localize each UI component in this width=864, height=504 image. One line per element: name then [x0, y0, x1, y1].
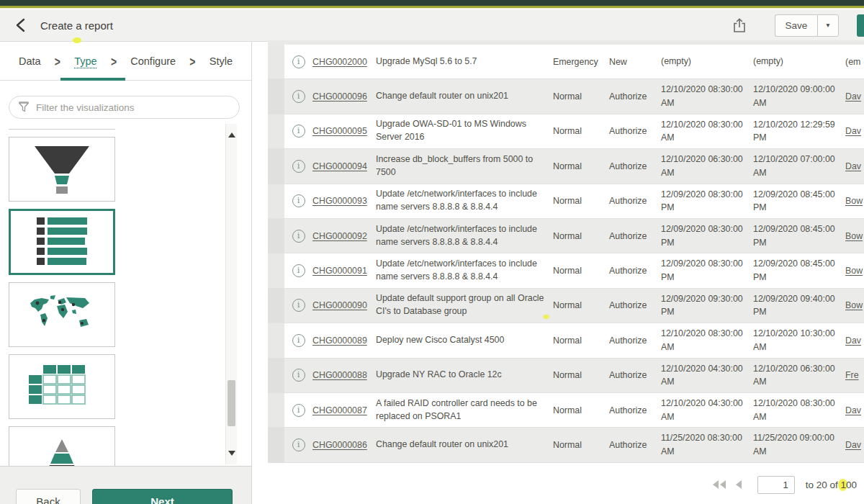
funnel-chart-icon: [24, 143, 99, 195]
change-number-link[interactable]: CHG0000091: [312, 266, 376, 276]
assignee-cell[interactable]: Bow: [845, 266, 864, 276]
change-number-link[interactable]: CHG0000090: [312, 300, 376, 310]
planned-end-cell: 12/10/2020 08:30:00 AM: [753, 397, 845, 423]
viz-card-pyramid[interactable]: [9, 426, 115, 466]
info-icon[interactable]: [292, 194, 305, 207]
info-cell: [284, 334, 312, 347]
short-description-cell: Upgrade NY RAC to Oracle 12c: [376, 369, 553, 382]
assignee-cell[interactable]: Dav: [845, 440, 864, 450]
priority-cell: Normal: [553, 231, 609, 241]
planned-start-cell: 11/25/2020 08:30:00 AM: [661, 431, 753, 458]
change-number-link[interactable]: CHG0000096: [312, 91, 376, 102]
save-dropdown-button[interactable]: [817, 14, 839, 37]
breadcrumb-chevron-icon: >: [189, 53, 195, 69]
planned-end-cell: 12/10/2020 12:29:59 PM: [753, 118, 845, 145]
panel-scrollbar[interactable]: [225, 124, 237, 464]
assignee-cell[interactable]: Dav: [845, 161, 864, 171]
info-icon[interactable]: [292, 404, 305, 417]
short-description-cell: Update /etc/network/interfaces to includ…: [376, 223, 553, 249]
back-button[interactable]: [12, 17, 29, 34]
back-step-button[interactable]: Back: [16, 489, 81, 504]
planned-start-cell: 12/10/2020 08:30:00 AM: [661, 118, 753, 145]
wizard-steps: Data > Type > Configure > Style: [0, 42, 251, 81]
table-row: CHG0000094 Increase db_block_buffers fro…: [268, 149, 864, 184]
wizard-step-data[interactable]: Data: [19, 55, 41, 67]
active-step-indicator: [60, 78, 125, 81]
priority-cell: Normal: [553, 336, 609, 346]
change-number-link[interactable]: CHG0000092: [312, 231, 376, 241]
wizard-step-style[interactable]: Style: [210, 55, 233, 67]
save-button[interactable]: Save: [775, 14, 817, 37]
assignee-cell[interactable]: Bow: [845, 231, 864, 241]
info-icon[interactable]: [292, 369, 305, 382]
report-wizard-panel: Data > Type > Configure > Style: [0, 42, 252, 504]
change-number-link[interactable]: CHG0000094: [312, 161, 376, 171]
info-icon[interactable]: [292, 299, 305, 312]
scrolled-card-edge: [9, 129, 115, 130]
prev-page-button[interactable]: [734, 480, 742, 490]
page-number-input[interactable]: [757, 476, 795, 494]
row-gutter: [268, 253, 284, 287]
row-gutter: [268, 323, 284, 357]
viz-card-map[interactable]: [9, 282, 115, 347]
share-button[interactable]: [730, 16, 749, 35]
change-number-link[interactable]: CHG0000095: [312, 126, 376, 136]
cursor-highlight-artifact: [543, 315, 549, 319]
assignee-cell[interactable]: (em: [845, 57, 864, 67]
priority-cell: Normal: [553, 300, 609, 310]
short-description-cell: Update /etc/network/interfaces to includ…: [376, 188, 553, 214]
state-cell: Authorize: [609, 231, 661, 241]
triangle-up-icon[interactable]: [228, 132, 235, 138]
triangle-down-icon[interactable]: [228, 451, 235, 456]
change-number-link[interactable]: CHG0000086: [312, 440, 376, 450]
clipped-accent-button[interactable]: [857, 14, 864, 37]
planned-start-cell: 12/10/2020 08:30:00 AM: [661, 327, 753, 354]
info-cell: [284, 369, 312, 382]
info-icon[interactable]: [292, 230, 305, 243]
info-icon[interactable]: [292, 160, 305, 173]
table-row: CHG0000087 A failed RAID controller card…: [268, 393, 864, 428]
first-page-button[interactable]: [712, 480, 726, 490]
assignee-cell[interactable]: Dav: [845, 336, 864, 346]
viz-card-table[interactable]: [9, 354, 115, 419]
scrollbar-thumb[interactable]: [228, 380, 235, 426]
assignee-cell[interactable]: Bow: [845, 300, 864, 310]
visualization-filter: [9, 96, 240, 119]
assignee-cell[interactable]: Bow: [845, 196, 864, 206]
wizard-step-configure[interactable]: Configure: [130, 55, 176, 67]
priority-cell: Normal: [553, 196, 609, 206]
info-icon[interactable]: [292, 55, 305, 68]
change-number-link[interactable]: CHG0000088: [312, 370, 376, 380]
row-gutter: [268, 289, 284, 323]
planned-end-cell: 12/09/2020 09:40:00 PM: [753, 292, 845, 319]
header-actions: Save: [730, 14, 864, 37]
change-number-link[interactable]: CHG0002000: [312, 57, 376, 67]
change-number-link[interactable]: CHG0000089: [312, 336, 376, 346]
planned-start-cell: 12/09/2020 08:30:00 PM: [661, 257, 753, 284]
info-icon[interactable]: [292, 125, 305, 138]
state-cell: Authorize: [609, 196, 661, 206]
next-step-button[interactable]: Next: [92, 489, 233, 504]
planned-end-cell: 12/10/2020 06:30:00 AM: [753, 362, 845, 389]
assignee-cell[interactable]: Dav: [845, 91, 864, 102]
short-description-cell: Increase db_block_buffers from 5000 to 7…: [376, 153, 553, 179]
planned-end-cell: 12/09/2020 08:45:00 PM: [753, 257, 845, 284]
short-description-cell: Update /etc/network/interfaces to includ…: [376, 258, 553, 284]
short-description-cell: Update default support group on all Orac…: [376, 292, 553, 318]
wizard-step-type[interactable]: Type: [74, 55, 96, 67]
viz-card-funnel[interactable]: [9, 137, 115, 202]
info-icon[interactable]: [292, 90, 305, 103]
change-number-link[interactable]: CHG0000093: [312, 196, 376, 206]
info-icon[interactable]: [292, 264, 305, 277]
info-cell: [284, 160, 312, 173]
info-icon[interactable]: [292, 438, 305, 451]
viz-card-list[interactable]: [9, 209, 115, 275]
assignee-cell[interactable]: Dav: [845, 126, 864, 136]
row-gutter: [268, 393, 284, 427]
info-icon[interactable]: [292, 334, 305, 347]
priority-cell: Normal: [553, 370, 609, 380]
filter-visualizations-input[interactable]: [36, 102, 230, 113]
assignee-cell[interactable]: Fre: [845, 370, 864, 380]
change-number-link[interactable]: CHG0000087: [312, 405, 376, 415]
assignee-cell[interactable]: Dav: [845, 405, 864, 415]
